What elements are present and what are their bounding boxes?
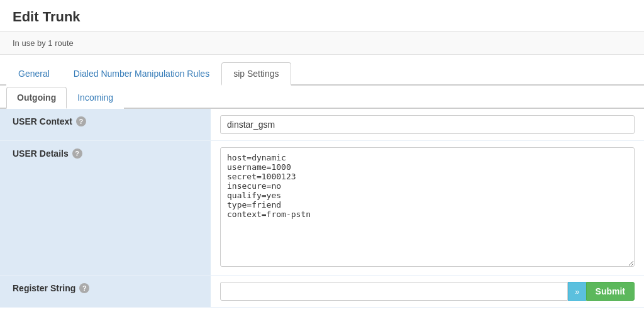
user-details-label-inner: USER Details ? <box>13 148 198 159</box>
user-details-textarea[interactable]: host=dynamic username=1000 secret=100012… <box>220 147 635 267</box>
register-string-input-group: » Submit <box>220 282 635 301</box>
info-bar: In use by 1 route <box>0 32 644 55</box>
submit-group: » Submit <box>568 282 635 301</box>
tab-sip[interactable]: sip Settings <box>221 62 291 86</box>
page-title: Edit Trunk <box>13 9 631 25</box>
register-string-label-inner: Register String ? <box>13 283 198 293</box>
register-string-help-icon[interactable]: ? <box>79 283 89 293</box>
user-details-value-cell: host=dynamic username=1000 secret=100012… <box>211 141 644 276</box>
user-details-row: USER Details ? host=dynamic username=100… <box>0 141 644 276</box>
user-context-label-cell: USER Context ? <box>0 109 211 141</box>
user-details-label-cell: USER Details ? <box>0 141 211 276</box>
register-string-value-cell: » Submit <box>211 276 644 308</box>
info-text: In use by 1 route <box>13 38 74 48</box>
main-tabs: General Dialed Number Manipulation Rules… <box>0 61 644 86</box>
sub-tab-outgoing[interactable]: Outgoing <box>6 87 67 109</box>
user-context-value-cell <box>211 109 644 141</box>
page-wrapper: Edit Trunk In use by 1 route General Dia… <box>0 0 644 319</box>
user-context-row: USER Context ? <box>0 109 644 141</box>
register-string-label: Register String <box>13 283 75 293</box>
user-context-input[interactable] <box>220 115 635 134</box>
sub-tabs: Outgoing Incoming <box>0 86 644 109</box>
page-header: Edit Trunk <box>0 0 644 32</box>
register-string-row: Register String ? » Submit <box>0 276 644 308</box>
tab-dnmr[interactable]: Dialed Number Manipulation Rules <box>62 62 221 86</box>
submit-arrow-button[interactable]: » <box>568 282 586 301</box>
tab-general[interactable]: General <box>6 62 62 86</box>
user-context-label-inner: USER Context ? <box>13 116 198 126</box>
user-context-help-icon[interactable]: ? <box>76 116 86 126</box>
form-table: USER Context ? USER Details ? <box>0 109 644 308</box>
register-string-input[interactable] <box>220 282 568 301</box>
submit-button[interactable]: Submit <box>586 282 635 301</box>
user-context-label: USER Context <box>13 116 72 126</box>
user-details-label: USER Details <box>13 148 69 159</box>
user-details-help-icon[interactable]: ? <box>72 148 82 159</box>
sub-tab-incoming[interactable]: Incoming <box>67 87 124 109</box>
register-string-label-cell: Register String ? <box>0 276 211 308</box>
content-area: Outgoing Incoming USER Context ? <box>0 86 644 308</box>
